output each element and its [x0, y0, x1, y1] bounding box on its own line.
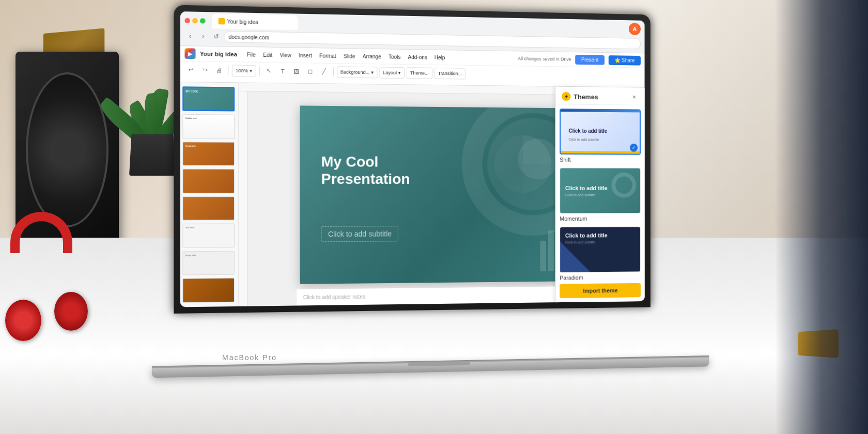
background-dropdown[interactable]: Background... ▾ — [337, 66, 377, 78]
traffic-lights — [184, 18, 205, 24]
transition-dropdown[interactable]: Transition... — [435, 67, 466, 79]
minimize-window-btn[interactable] — [192, 18, 198, 23]
slide-subtitle-placeholder[interactable]: Click to add subtitle — [321, 226, 399, 242]
speaker-notes-placeholder: Click to add speaker notes — [303, 294, 365, 301]
slide-thumb-6[interactable]: Text slide — [182, 224, 235, 248]
slide-pie-chart — [487, 128, 558, 199]
themes-icon: ✦ — [562, 92, 570, 101]
theme-dropdown[interactable]: Theme... — [407, 67, 432, 79]
themes-title: ✦ Themes — [562, 92, 598, 101]
laptop-screen: Your big idea A ‹ › ↺ docs.google.com — [180, 11, 645, 307]
undo-btn[interactable]: ↩ — [184, 64, 196, 76]
user-avatar[interactable]: A — [629, 23, 641, 35]
cursor-btn[interactable]: ↖ — [263, 65, 275, 77]
menu-view[interactable]: View — [276, 51, 295, 59]
slide-thumb-7[interactable]: Image slide — [182, 251, 235, 275]
slides-app-icon: ▶ — [184, 48, 195, 59]
share-button[interactable]: ⭐ Share — [608, 55, 641, 66]
separator-3 — [333, 67, 334, 76]
screen-frame: Your big idea A ‹ › ↺ docs.google.com — [174, 5, 650, 314]
menu-tools[interactable]: Tools — [385, 53, 404, 61]
main-slide[interactable]: My CoolPresentation Click to add subtitl… — [300, 105, 588, 284]
doc-title[interactable]: Your big idea — [200, 51, 237, 57]
present-button[interactable]: Present — [575, 55, 604, 65]
momentum-deco-circle — [612, 173, 637, 198]
close-window-btn[interactable] — [184, 18, 190, 23]
image-btn[interactable]: 🖼 — [290, 65, 302, 77]
zoom-dropdown[interactable]: 100% ▾ — [232, 65, 256, 76]
layout-dropdown[interactable]: Layout ▾ — [379, 67, 405, 79]
laptop: Your big idea A ‹ › ↺ docs.google.com — [174, 5, 689, 378]
slide-panel: MY COOL Subtitle text Content Text slide — [180, 82, 239, 307]
paradigm-theme-name: Paradigm — [560, 274, 641, 280]
slide-thumb-1[interactable]: MY COOL — [182, 86, 235, 111]
momentum-sub-text: Click to add subtitle — [565, 193, 608, 196]
menu-insert[interactable]: Insert — [296, 51, 315, 59]
print-btn[interactable]: 🖨 — [213, 64, 225, 76]
theme-item-paradigm[interactable]: Click to add title Click to add subtitle… — [560, 226, 641, 280]
import-theme-button[interactable]: Import theme — [560, 283, 641, 298]
autosave-status: All changes saved in Drive — [518, 56, 571, 61]
slides-toolbar: ▶ Your big idea File Edit View Insert Fo… — [180, 46, 645, 88]
theme-preview-paradigm: Click to add title Click to add subtitle — [560, 226, 641, 272]
themes-panel: ✦ Themes × Click to — [555, 87, 644, 302]
slide-thumb-3[interactable]: Content — [182, 142, 235, 166]
menu-arrange[interactable]: Arrange — [360, 52, 384, 60]
slides-main-area: MY COOL Subtitle text Content Text slide — [180, 82, 645, 307]
laptop-base-center — [408, 361, 470, 366]
forward-btn[interactable]: › — [198, 31, 209, 42]
slide-thumb-8[interactable] — [182, 278, 235, 303]
theme-preview-momentum: Click to add title Click to add subtitle — [560, 168, 641, 214]
slide-thumb-5[interactable] — [182, 196, 235, 221]
menu-items: File Edit View Insert Format Slide Arran… — [244, 51, 448, 61]
shapes-btn[interactable]: ◻ — [304, 66, 316, 78]
slide-thumb-4[interactable] — [182, 169, 235, 193]
themes-list: Click to add title Click to add subtitle… — [555, 104, 644, 280]
redo-btn[interactable]: ↪ — [199, 64, 211, 76]
menu-help[interactable]: Help — [431, 53, 448, 61]
theme-item-shift[interactable]: Click to add title Click to add subtitle… — [560, 109, 641, 164]
theme-item-momentum[interactable]: Click to add title Click to add subtitle… — [560, 168, 641, 223]
browser-tab[interactable]: Your big idea — [212, 13, 298, 30]
separator-2 — [259, 66, 259, 75]
paradigm-sub-text: Click to add subtitle — [565, 240, 636, 244]
tab-favicon-slides — [219, 18, 225, 25]
back-btn[interactable]: ‹ — [184, 30, 195, 41]
slide-thumb-2[interactable]: Subtitle text — [182, 114, 235, 138]
menu-format[interactable]: Format — [316, 52, 339, 60]
menu-file[interactable]: File — [244, 51, 259, 59]
right-scene-overlay — [775, 0, 868, 434]
themes-close-button[interactable]: × — [630, 92, 639, 102]
text-btn[interactable]: T — [277, 65, 289, 77]
menu-slide[interactable]: Slide — [340, 52, 359, 60]
paradigm-title-text: Click to add title — [565, 232, 636, 238]
slide-main-title[interactable]: My CoolPresentation — [321, 153, 410, 188]
momentum-theme-name: Momentum — [560, 215, 641, 222]
themes-header: ✦ Themes × — [555, 87, 644, 105]
momentum-title-text: Click to add title — [565, 185, 608, 191]
url-text: docs.google.com — [229, 34, 270, 40]
tab-title: Your big idea — [227, 19, 258, 25]
shift-selected-check: ✓ — [630, 144, 638, 152]
ruler-vertical — [239, 91, 247, 306]
headphones — [0, 212, 103, 357]
background-scene: MacBook Pro Your bi — [0, 0, 868, 434]
menu-addons[interactable]: Add-ons — [405, 53, 430, 61]
shift-theme-name: Shift — [560, 157, 641, 163]
menu-edit[interactable]: Edit — [260, 51, 275, 59]
separator-1 — [228, 66, 228, 75]
maximize-window-btn[interactable] — [200, 18, 206, 23]
theme-preview-shift: Click to add title Click to add subtitle… — [560, 109, 641, 154]
refresh-btn[interactable]: ↺ — [211, 31, 222, 42]
line-btn[interactable]: ╱ — [318, 66, 330, 78]
